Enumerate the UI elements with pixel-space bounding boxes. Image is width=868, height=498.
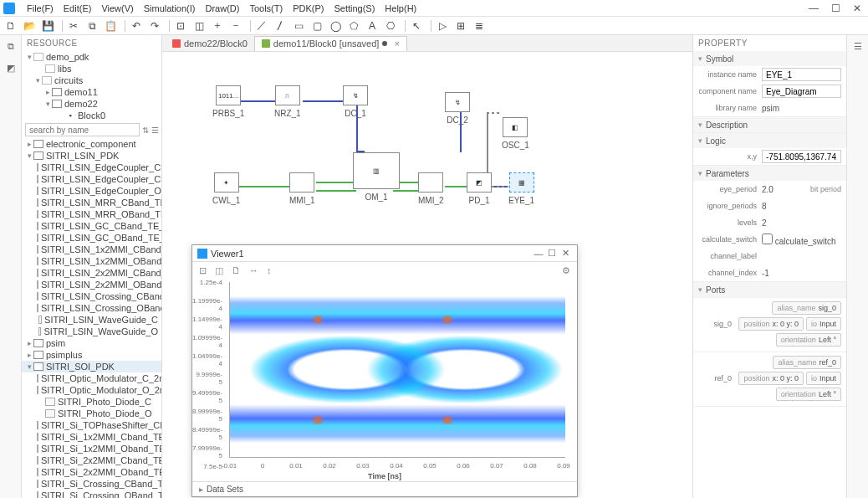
tab-close-icon[interactable]: × <box>394 39 399 49</box>
tree-component[interactable]: SITRI_Si_TOPhaseShifter_CBand_ <box>22 419 161 431</box>
menu-setting[interactable]: Setting(S) <box>329 3 380 13</box>
port-sig0-position[interactable]: positionx: 0 y: 0 <box>738 317 804 331</box>
lib-psim[interactable]: ▸psim <box>22 337 161 349</box>
save-icon[interactable]: 💾 <box>40 18 55 33</box>
menu-draw[interactable]: Draw(D) <box>200 3 244 13</box>
tree-root[interactable]: ▾demo_pdk <box>22 51 161 63</box>
viewer-titlebar[interactable]: Viewer1 — ☐ ✕ <box>192 245 577 262</box>
zoom-rubber-icon[interactable]: ◫ <box>191 18 207 33</box>
viewer-copy-icon[interactable]: 🗋 <box>232 265 241 275</box>
tree-circuits[interactable]: ▾circuits <box>22 74 161 86</box>
line-tool-icon[interactable]: ／ <box>254 18 269 33</box>
tree-demo22[interactable]: ▾demo22 <box>22 98 161 110</box>
block-cwl[interactable]: ✦CWL_1 <box>212 172 240 205</box>
section-logic[interactable]: ▾Logic <box>693 133 846 148</box>
block-mmi1[interactable]: MMI_1 <box>289 172 315 205</box>
lib-sitri-lsin[interactable]: ▾SITRI_LSIN_PDK <box>22 150 161 162</box>
copy-panel-icon[interactable]: ⧉ <box>3 39 18 54</box>
cut-icon[interactable]: ✂ <box>66 18 81 33</box>
port-ref0-orientation[interactable]: orientationLeft ° <box>776 388 841 401</box>
tree-component[interactable]: SITRI_LSIN_1x2MMI_CBand_TE_1 <box>22 244 161 255</box>
tree-component[interactable]: SITRI_Photo_Diode_C <box>22 396 161 408</box>
tree-component[interactable]: SITRI_LSIN_WaveGuide_C <box>22 314 161 326</box>
tree-component[interactable]: SITRI_Si_2x2MMI_Oband_TE <box>22 466 161 478</box>
port-sig0-alias[interactable]: alias_namesig_0 <box>772 301 841 315</box>
tree-component[interactable]: SITRI_LSIN_MRR_OBand_TE_1p0_ <box>22 208 161 220</box>
block-nrz[interactable]: ⎍NRZ_1 <box>274 85 301 118</box>
lib-sitri-soi[interactable]: ▾SITRI_SOI_PDK <box>22 361 161 372</box>
ellipse-tool-icon[interactable]: ◯ <box>328 18 343 33</box>
zoom-fit-icon[interactable]: ⊡ <box>173 18 188 33</box>
value-ignore-periods[interactable]: 8 <box>762 202 841 211</box>
layers-icon[interactable]: ≣ <box>472 18 487 33</box>
value-eye-period[interactable]: 2.0 <box>762 185 807 194</box>
checkbox-calc-switch[interactable]: calculate_switch <box>762 234 841 246</box>
resource-search-input[interactable] <box>25 123 140 136</box>
copy-icon[interactable]: ⧉ <box>84 18 100 33</box>
port-sig0-orientation[interactable]: orientationLeft ° <box>776 333 841 347</box>
zoom-in-icon[interactable]: ＋ <box>210 18 225 33</box>
grid-icon[interactable]: ⊞ <box>453 18 468 33</box>
tree-component[interactable]: SITRI_Si_1x2MMI_Cband_TE <box>22 431 161 443</box>
cube-panel-icon[interactable]: ◩ <box>3 60 18 75</box>
tree-component[interactable]: SITRI_LSIN_GC_CBand_TE_1p0_ <box>22 220 161 232</box>
tree-component[interactable]: SITRI_LSIN_EdgeCoupler_OBand_ <box>22 185 161 197</box>
tree-demo11[interactable]: ▸demo11 <box>22 86 161 98</box>
port-ref0-position[interactable]: positionx: 0 y: 0 <box>738 372 804 385</box>
window-maximize-icon[interactable]: ☐ <box>828 3 843 14</box>
tree-component[interactable]: SITRI_Si_Crossing_CBand_TE_S_ <box>22 478 161 490</box>
tree-component[interactable]: SITRI_LSIN_GC_OBand_TE_0p8_ <box>22 232 161 244</box>
port-ref0-alias[interactable]: alias_nameref_0 <box>773 356 841 369</box>
pointer-tool-icon[interactable]: ↖ <box>409 18 424 33</box>
menu-simulation[interactable]: Simulation(I) <box>139 3 201 13</box>
rounded-rect-tool-icon[interactable]: ▢ <box>309 18 324 33</box>
tree-component[interactable]: SITRI_Optic_Modulator_O_2mm <box>22 384 161 396</box>
port-ref0-io[interactable]: ioInput <box>806 372 841 385</box>
block-pd[interactable]: ◩PD_1 <box>467 172 492 205</box>
chart-area[interactable]: 1.25e-41.19999e-41.14999e-41.09999e-41.0… <box>192 279 577 481</box>
tab-demo22[interactable]: demo22/Block0 <box>166 36 254 51</box>
tree-component[interactable]: SITRI_Photo_Diode_O <box>22 408 161 419</box>
block-eye[interactable]: ▦EYE_1 <box>508 172 534 205</box>
undo-icon[interactable]: ↶ <box>129 18 144 33</box>
rect-tool-icon[interactable]: ▭ <box>291 18 306 33</box>
tree-component[interactable]: SITRI_LSIN_WaveGuide_O <box>22 326 161 337</box>
block-om[interactable]: ▥OM_1 <box>346 152 406 202</box>
menu-help[interactable]: Help(H) <box>380 3 421 13</box>
section-symbol[interactable]: ▾Symbol <box>693 51 846 66</box>
input-xy[interactable] <box>762 150 841 163</box>
viewer-close-icon[interactable]: ✕ <box>559 248 572 259</box>
menu-file[interactable]: File(F) <box>22 3 59 13</box>
viewer-minimize-icon[interactable]: — <box>532 249 545 259</box>
run-simulation-icon[interactable]: ▷ <box>435 18 450 33</box>
input-instance-name[interactable] <box>762 68 841 81</box>
menu-tools[interactable]: Tools(T) <box>244 3 288 13</box>
block-osc[interactable]: ◧OSC_1 <box>502 117 529 150</box>
tree-component[interactable]: SITRI_LSIN_Crossing_OBand_TE_ <box>22 302 161 314</box>
tree-component[interactable]: SITRI_LSIN_2x2MMI_CBand_TE_1 <box>22 267 161 279</box>
window-close-icon[interactable]: ✕ <box>850 3 865 14</box>
open-file-icon[interactable]: 📂 <box>22 18 37 33</box>
menu-pdk[interactable]: PDK(P) <box>288 3 329 13</box>
settings-strip-icon[interactable]: ☰ <box>850 39 865 54</box>
paste-icon[interactable]: 📋 <box>103 18 118 33</box>
input-component-name[interactable] <box>762 85 841 98</box>
pin-tool-icon[interactable]: ⎔ <box>383 18 398 33</box>
block-mmi2[interactable]: MMI_2 <box>418 172 444 205</box>
sort-icon[interactable]: ⇅ <box>142 124 149 136</box>
tree-component[interactable]: SITRI_Si_Crossing_OBand_TE_S_ <box>22 490 161 498</box>
new-file-icon[interactable]: 🗋 <box>3 18 18 33</box>
value-channel-index[interactable]: -1 <box>762 269 841 278</box>
redo-icon[interactable]: ↷ <box>147 18 162 33</box>
section-ports[interactable]: ▾Ports <box>693 282 846 297</box>
eye-diagram-plot[interactable] <box>229 282 565 458</box>
viewer-window[interactable]: Viewer1 — ☐ ✕ ⊡ ◫ 🗋 ↔ ↕ ⚙ 1.25e-41.19999… <box>191 244 578 497</box>
zoom-out-icon[interactable]: － <box>228 18 243 33</box>
block-dc1[interactable]: ↯DC_1 <box>343 85 368 118</box>
tree-component[interactable]: SITRI_Si_2x2MMI_Cband_TE <box>22 454 161 466</box>
viewer-settings-icon[interactable]: ⚙ <box>562 265 570 276</box>
window-minimize-icon[interactable]: — <box>806 3 821 14</box>
menu-edit[interactable]: Edit(E) <box>59 3 97 13</box>
tree-component[interactable]: SITRI_LSIN_Crossing_CBand_TE_ <box>22 290 161 302</box>
tree-component[interactable]: SITRI_LSIN_EdgeCoupler_CBand_ <box>22 162 161 173</box>
